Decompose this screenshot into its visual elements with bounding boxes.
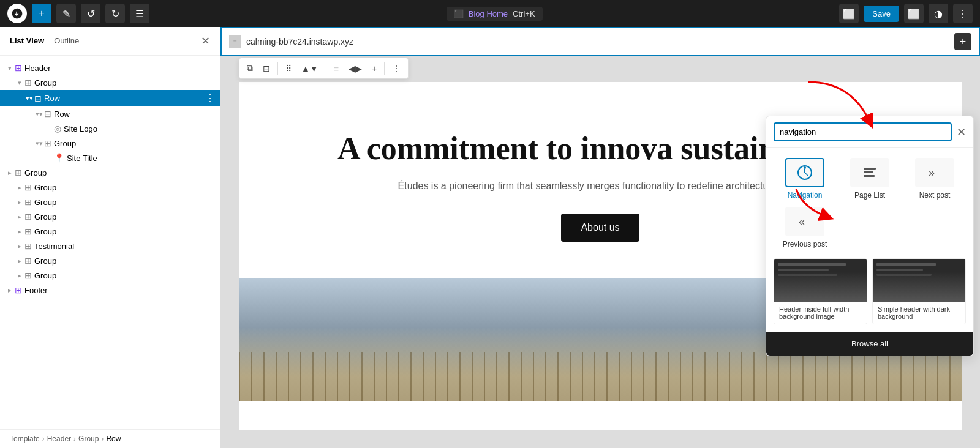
chevron-icon bbox=[15, 257, 24, 265]
svg-text:»: » bbox=[929, 166, 935, 179]
block-icon: ⊞ bbox=[24, 241, 32, 251]
search-input-box: navigation bbox=[774, 122, 952, 141]
pattern-label-2: Simple header with dark background bbox=[873, 302, 965, 324]
block-icon: ⊞ bbox=[15, 285, 22, 295]
block-icon: ⊞ bbox=[24, 212, 32, 222]
chevron-icon bbox=[5, 286, 15, 294]
previouspost-block-label: Previous post bbox=[783, 240, 827, 248]
block-icon: ⊟ bbox=[34, 94, 42, 103]
add-block-button[interactable]: + bbox=[32, 4, 51, 23]
tab-outline[interactable]: Outline bbox=[54, 36, 79, 47]
canvas-url: calming-bb7c24.instawp.xyz bbox=[246, 37, 954, 47]
breadcrumb-header[interactable]: Header bbox=[47, 435, 71, 443]
toolbar-divider bbox=[277, 62, 278, 75]
blog-home-label: Blog Home bbox=[469, 9, 508, 18]
pattern-card-simpledark[interactable]: Simple header with dark background bbox=[872, 258, 966, 324]
block-icon: ⊞ bbox=[24, 182, 32, 192]
toggle-sidebar-button[interactable]: ⬜ bbox=[904, 4, 924, 23]
chevron-icon bbox=[15, 213, 24, 221]
block-icon: ⊞ bbox=[24, 78, 32, 88]
canvas-add-button[interactable]: + bbox=[954, 33, 971, 50]
undo-button[interactable]: ↺ bbox=[81, 4, 100, 23]
about-us-button[interactable]: About us bbox=[561, 214, 639, 242]
pagelist-block-icon bbox=[850, 158, 889, 187]
search-input[interactable]: navigation bbox=[780, 127, 946, 136]
breadcrumb-group[interactable]: Group bbox=[78, 435, 99, 443]
block-icon: ⊞ bbox=[44, 138, 51, 148]
tree-label: Group bbox=[54, 139, 76, 148]
browse-all-button[interactable]: Browse all bbox=[766, 332, 973, 356]
tree-item-group1[interactable]: ⊞ Group bbox=[0, 75, 220, 90]
redo-button[interactable]: ↻ bbox=[105, 4, 125, 23]
more-toolbar-button[interactable]: ⋮ bbox=[388, 61, 404, 76]
tree-item-group9[interactable]: ⊞ Group bbox=[0, 268, 220, 283]
tree-item-sitetitle[interactable]: 📍 Site Title bbox=[0, 151, 220, 165]
tree-item-group8[interactable]: ⊞ Group bbox=[0, 253, 220, 268]
tree-item-group2[interactable]: ▾ ⊞ Group bbox=[0, 136, 220, 151]
sidebar-header: List View Outline ✕ bbox=[0, 27, 220, 56]
duplicate-button[interactable]: ⧉ bbox=[243, 61, 257, 76]
arrows-button[interactable]: ▲▼ bbox=[298, 61, 322, 76]
popup-close-button[interactable]: ✕ bbox=[957, 125, 966, 139]
chevron-icon bbox=[5, 169, 15, 177]
tree-item-row2[interactable]: ▾ ⊟ Row bbox=[0, 106, 220, 121]
block-item-previouspost[interactable]: « Previous post bbox=[776, 207, 834, 248]
canvas-browser-bar: ≡ calming-bb7c24.instawp.xyz + bbox=[221, 27, 980, 56]
contrast-button[interactable]: ◑ bbox=[929, 4, 948, 23]
pattern-card-fullwidth[interactable]: Header inside full-width background imag… bbox=[774, 258, 867, 324]
block-item-navigation[interactable]: Navigation bbox=[776, 158, 834, 200]
pattern-thumb-1 bbox=[774, 259, 867, 302]
toolbar-divider-3 bbox=[384, 62, 385, 75]
tree-item-group6[interactable]: ⊞ Group bbox=[0, 209, 220, 224]
block-item-pagelist[interactable]: Page List bbox=[841, 158, 899, 200]
tree-item-row-selected[interactable]: ▾ ⊟ Row ⋮ bbox=[0, 90, 220, 106]
favicon: ≡ bbox=[229, 35, 241, 48]
popup-patterns: Header inside full-width background imag… bbox=[766, 258, 973, 332]
nextpost-block-label: Next post bbox=[919, 191, 951, 200]
tree-label: Group bbox=[34, 256, 56, 266]
tree-item-testimonial[interactable]: ⊞ Testimonial bbox=[0, 239, 220, 253]
chevron-icon: ▾ bbox=[34, 140, 44, 147]
pattern-row: Header inside full-width background imag… bbox=[774, 258, 966, 324]
sidebar: List View Outline ✕ ⊞ Header ⊞ Group ▾ ⊟ bbox=[0, 27, 221, 448]
wordpress-logo[interactable] bbox=[7, 4, 27, 23]
tree-item-footer[interactable]: ⊞ Footer bbox=[0, 283, 220, 297]
sidebar-tabs: List View Outline bbox=[10, 36, 79, 47]
tree-label: Group bbox=[34, 227, 56, 236]
width-button[interactable]: ◀▶ bbox=[345, 61, 366, 76]
pattern-label-1: Header inside full-width background imag… bbox=[774, 302, 867, 324]
tree-view: ⊞ Header ⊞ Group ▾ ⊟ Row ⋮ ▾ ⊟ Row bbox=[0, 56, 220, 429]
add-block-inline-button[interactable]: + bbox=[368, 61, 380, 76]
tree-item-group3[interactable]: ⊞ Group bbox=[0, 165, 220, 180]
more-options-button[interactable]: ⋮ bbox=[953, 4, 973, 23]
breadcrumb-template[interactable]: Template bbox=[10, 435, 40, 443]
block-icon: ⊟ bbox=[44, 109, 51, 119]
svg-rect-4 bbox=[864, 168, 876, 170]
top-bar: + ✎ ↺ ↻ ☰ ⬛ Blog Home Ctrl+K ⬜ Save ⬜ ◑ … bbox=[0, 0, 980, 27]
save-button[interactable]: Save bbox=[864, 6, 899, 22]
device-preview-button[interactable]: ⬜ bbox=[839, 4, 859, 23]
chevron-icon: ▾ bbox=[24, 94, 34, 102]
list-view-button[interactable]: ☰ bbox=[130, 4, 149, 23]
tree-item-sitelogo[interactable]: ◎ Site Logo bbox=[0, 121, 220, 136]
pattern-thumb-2 bbox=[873, 259, 965, 302]
block-icon: ⊞ bbox=[24, 197, 32, 207]
tree-item-group4[interactable]: ⊞ Group bbox=[0, 180, 220, 195]
sidebar-close-button[interactable]: ✕ bbox=[201, 34, 210, 48]
tree-item-header[interactable]: ⊞ Header bbox=[0, 61, 220, 75]
tree-label: Row bbox=[44, 94, 60, 103]
chevron-icon bbox=[5, 64, 15, 72]
tree-item-group7[interactable]: ⊞ Group bbox=[0, 224, 220, 239]
site-title-bar[interactable]: ⬛ Blog Home Ctrl+K bbox=[447, 7, 543, 21]
chevron-icon bbox=[15, 228, 24, 236]
tab-list-view[interactable]: List View bbox=[10, 36, 44, 47]
block-type-button[interactable]: ⊟ bbox=[259, 61, 274, 76]
move-up-down-button[interactable]: ⠿ bbox=[282, 61, 295, 76]
block-item-nextpost[interactable]: » Next post bbox=[906, 158, 963, 200]
edit-button[interactable]: ✎ bbox=[56, 4, 76, 23]
options-icon[interactable]: ⋮ bbox=[205, 92, 215, 104]
breadcrumb-row[interactable]: Row bbox=[106, 435, 121, 443]
tree-item-group5[interactable]: ⊞ Group bbox=[0, 195, 220, 209]
tree-label: Group bbox=[34, 271, 56, 280]
align-button[interactable]: ≡ bbox=[330, 61, 342, 76]
